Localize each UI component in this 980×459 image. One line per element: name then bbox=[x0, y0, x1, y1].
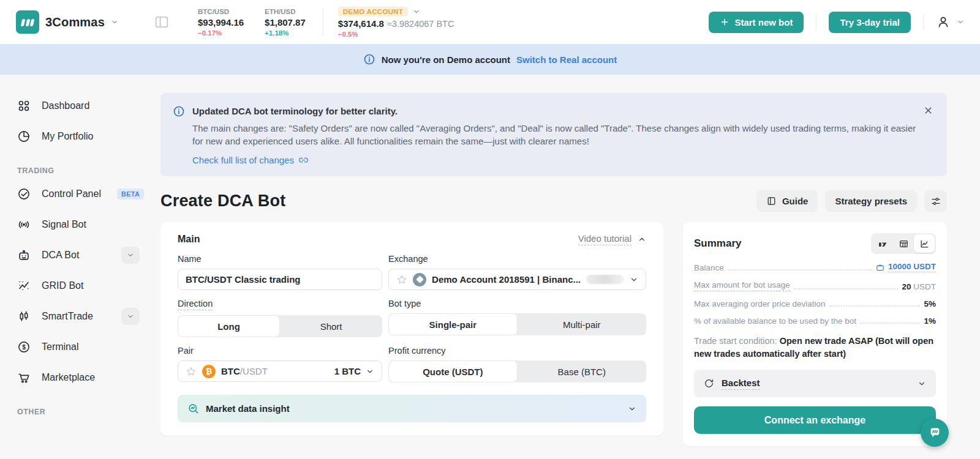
sidebar-item-marketplace[interactable]: Marketplace bbox=[17, 362, 160, 393]
main-settings-card: Main Video tutorial Name Exchange bbox=[160, 222, 663, 436]
table-view-button[interactable] bbox=[893, 234, 914, 253]
guide-button[interactable]: Guide bbox=[756, 190, 818, 212]
summary-row-balance-percent: % of available balance to be used by the… bbox=[694, 316, 936, 326]
summary-title: Summary bbox=[694, 237, 741, 250]
sidebar-item-dca-bot[interactable]: DCA Bot bbox=[17, 240, 160, 271]
marketplace-cart-icon bbox=[17, 371, 31, 384]
grid-bot-icon bbox=[17, 279, 31, 293]
account-balance-btc: ≈3.9824067 BTC bbox=[387, 19, 454, 29]
bot-type-segmented: Single-pair Multi-pair bbox=[388, 313, 646, 335]
profit-currency-field: Profit currency Quote (USDT) Base (BTC) bbox=[388, 337, 646, 382]
exchange-select[interactable]: Demo Account 2018591 | Binanc... bbox=[388, 269, 646, 290]
main-card-title: Main bbox=[178, 234, 200, 245]
star-icon[interactable] bbox=[186, 366, 197, 377]
start-new-bot-button[interactable]: Start new bot bbox=[709, 12, 804, 33]
name-label: Name bbox=[178, 254, 202, 264]
top-header: 3Commas BTC/USD $93,994.16 −0.17% ETH/US… bbox=[0, 0, 980, 44]
sidebar-item-smarttrade[interactable]: SmartTrade bbox=[17, 301, 160, 332]
account-change: −0.5% bbox=[338, 31, 454, 38]
user-icon bbox=[936, 15, 951, 29]
bot-type-option-multi[interactable]: Multi-pair bbox=[518, 313, 646, 335]
connect-exchange-button[interactable]: Connect an exchange bbox=[694, 406, 936, 434]
page-title: Create DCA Bot bbox=[160, 192, 285, 211]
backtest-toggle[interactable]: Backtest bbox=[694, 370, 936, 397]
bot-name-input[interactable] bbox=[178, 269, 382, 290]
try-trial-label: Try 3-day trial bbox=[840, 17, 900, 28]
backtest-refresh-icon bbox=[704, 378, 714, 389]
strategy-presets-button[interactable]: Strategy presets bbox=[825, 190, 917, 212]
account-balance-usd: $374,614.8 bbox=[338, 18, 384, 29]
sidebar-collapse-button[interactable] bbox=[154, 14, 170, 30]
brand-logo-icon bbox=[16, 10, 39, 34]
summary-row-balance: Balance 10000 USDT bbox=[694, 262, 936, 272]
ticker-btcusd[interactable]: BTC/USD $93,994.16 −0.17% bbox=[198, 8, 244, 37]
user-menu[interactable] bbox=[936, 15, 964, 29]
profit-currency-option-base[interactable]: Base (BTC) bbox=[518, 360, 646, 382]
bot-type-option-single[interactable]: Single-pair bbox=[388, 313, 517, 335]
trade-start-condition: Trade start condition: Open new trade AS… bbox=[694, 335, 936, 360]
exchange-account-icon bbox=[413, 273, 426, 286]
guide-label: Guide bbox=[782, 196, 809, 206]
market-data-insight-toggle[interactable]: Market data insight bbox=[178, 395, 646, 422]
smarttrade-expander[interactable] bbox=[121, 308, 140, 325]
sidebar-item-dashboard[interactable]: Dashboard bbox=[17, 91, 160, 121]
table-icon bbox=[899, 239, 909, 249]
support-chat-button[interactable] bbox=[921, 419, 949, 447]
profit-currency-segmented: Quote (USDT) Base (BTC) bbox=[388, 360, 646, 382]
demo-account-summary: DEMO ACCOUNT $374,614.8 ≈3.9824067 BTC −… bbox=[338, 7, 454, 38]
chevron-down-icon bbox=[127, 313, 134, 320]
try-trial-button[interactable]: Try 3-day trial bbox=[829, 12, 911, 33]
form-settings-button[interactable] bbox=[924, 190, 947, 212]
terminal-coin-icon: $ bbox=[17, 340, 31, 354]
sidebar-item-signal-bot[interactable]: Signal Bot bbox=[17, 209, 160, 240]
check-changes-link[interactable]: Check full list of changes bbox=[192, 155, 931, 165]
dashboard-icon bbox=[17, 99, 31, 113]
brand-menu[interactable]: 3Commas bbox=[16, 10, 118, 34]
pair-amount: 1 BTC bbox=[334, 366, 361, 376]
chevron-down-icon bbox=[957, 18, 964, 26]
sidebar-item-grid-bot[interactable]: GRID Bot bbox=[17, 271, 160, 301]
sidebar-item-control-panel[interactable]: Control Panel BETA bbox=[17, 179, 160, 209]
balance-link[interactable]: 10000 USDT bbox=[876, 262, 936, 272]
sidebar-section-other: OTHER bbox=[17, 408, 160, 416]
profit-currency-option-quote[interactable]: Quote (USDT) bbox=[388, 360, 517, 382]
sidebar: Dashboard My Portfolio TRADING Control P… bbox=[0, 75, 160, 459]
market-insight-label: Market data insight bbox=[206, 403, 290, 414]
switch-real-account-link[interactable]: Switch to Real account bbox=[516, 54, 617, 65]
bot-type-field: Bot type Single-pair Multi-pair bbox=[388, 290, 646, 337]
wallet-icon bbox=[876, 263, 884, 272]
dca-bot-expander[interactable] bbox=[121, 247, 140, 264]
chevron-down-icon[interactable] bbox=[413, 8, 420, 15]
exchange-value: Demo Account 2018591 | Binanc... bbox=[432, 274, 581, 285]
video-tutorial-link[interactable]: Video tutorial bbox=[578, 233, 646, 245]
direction-option-long[interactable]: Long bbox=[178, 315, 280, 337]
chevron-down-icon bbox=[111, 18, 118, 26]
notice-close-button[interactable] bbox=[923, 105, 933, 118]
chart-view-button[interactable] bbox=[914, 234, 935, 253]
star-icon[interactable] bbox=[396, 274, 407, 285]
line-chart-icon bbox=[919, 239, 930, 249]
sliders-icon bbox=[930, 196, 941, 207]
direction-segmented: Long Short bbox=[178, 315, 382, 337]
sidebar-item-my-portfolio[interactable]: My Portfolio bbox=[17, 121, 160, 152]
bot-type-label: Bot type bbox=[388, 299, 421, 308]
sidebar-item-terminal[interactable]: $ Terminal bbox=[17, 332, 160, 362]
summary-row-max-deviation: Max averaging order price deviation 5% bbox=[694, 299, 936, 308]
pair-select[interactable]: ₿ BTC/USDT 1 BTC bbox=[178, 360, 382, 382]
ticker-change: +1.18% bbox=[265, 29, 306, 37]
close-icon bbox=[923, 105, 933, 116]
name-field: Name bbox=[178, 245, 382, 290]
chevron-down-icon bbox=[366, 367, 374, 376]
summary-card: Summary bbox=[683, 222, 947, 446]
pair-label: Pair bbox=[178, 346, 194, 356]
direction-option-short[interactable]: Short bbox=[280, 315, 382, 337]
summary-row-max-amount: Max amount for bot usage 20 USDT bbox=[694, 280, 936, 291]
control-panel-check-icon bbox=[17, 187, 31, 201]
panel-icon bbox=[154, 14, 170, 30]
divider bbox=[923, 14, 924, 30]
chevron-down-icon bbox=[628, 405, 636, 413]
tradingview-view-button[interactable] bbox=[872, 234, 893, 253]
notice-body: The main changes are: "Safety Orders" ar… bbox=[192, 122, 921, 147]
ticker-ethusd[interactable]: ETH/USD $1,807.87 +1.18% bbox=[265, 8, 306, 37]
info-icon bbox=[173, 105, 185, 118]
